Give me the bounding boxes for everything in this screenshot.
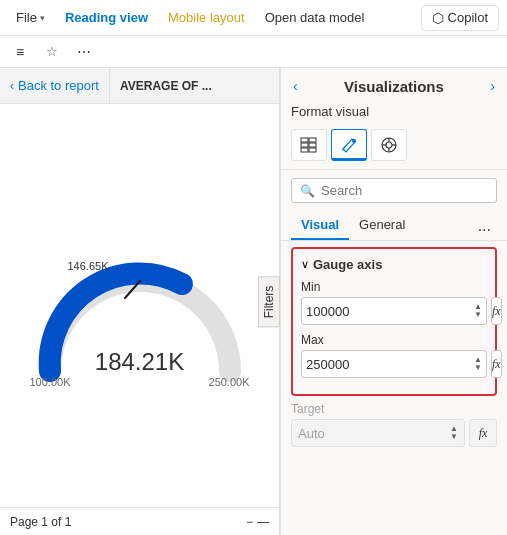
svg-rect-3 <box>301 143 308 147</box>
menu-mobile-layout[interactable]: Mobile layout <box>160 6 253 29</box>
min-field-group: Min ▲ ▼ fx <box>301 280 487 325</box>
max-down-btn[interactable]: ▼ <box>474 364 482 372</box>
secondary-toolbar: ≡ ☆ ⋯ <box>0 36 507 68</box>
hamburger-icon[interactable]: ≡ <box>8 40 32 64</box>
gauge-axis-section: ∨ Gauge axis Min ▲ ▼ <box>291 247 497 396</box>
format-icon <box>340 135 358 153</box>
gauge-container: 184.21K 100.00K 250.00K 146.65K <box>30 246 250 386</box>
max-field-group: Max ▲ ▼ fx <box>301 333 487 378</box>
gauge-max-label: 250.00K <box>209 376 250 388</box>
tab-visual[interactable]: Visual <box>291 211 349 240</box>
back-to-report-button[interactable]: ‹ Back to report <box>0 68 110 103</box>
svg-rect-6 <box>309 148 316 152</box>
search-box: 🔍 <box>291 178 497 203</box>
page-bar: Page 1 of 1 − — <box>0 507 279 535</box>
format-visual-button[interactable] <box>331 129 367 161</box>
min-input[interactable] <box>306 304 474 319</box>
right-panel: ‹ Visualizations › Format visual <box>280 68 507 535</box>
fields-icon <box>300 137 318 153</box>
gauge-axis-header: ∨ Gauge axis <box>301 257 487 272</box>
min-fx-button[interactable]: fx <box>491 297 502 325</box>
zoom-minus-icon[interactable]: − <box>246 515 253 529</box>
gauge-target-label: 146.65K <box>68 260 109 272</box>
tab-more-options[interactable]: ... <box>472 213 497 239</box>
tab-title: AVERAGE OF ... <box>110 73 279 99</box>
target-fx-button[interactable]: fx <box>469 419 497 447</box>
max-input-wrap: ▲ ▼ <box>301 350 487 378</box>
file-label: File <box>16 10 37 25</box>
format-fields-button[interactable] <box>291 129 327 161</box>
target-field-row: Auto ▲ ▼ fx <box>291 419 497 447</box>
vis-tabs: Visual General ... <box>281 211 507 241</box>
min-input-wrap: ▲ ▼ <box>301 297 487 325</box>
svg-point-9 <box>386 142 392 148</box>
pin-icon[interactable]: ☆ <box>40 40 64 64</box>
panel-right-arrow[interactable]: › <box>488 76 497 96</box>
max-spinner: ▲ ▼ <box>474 356 482 372</box>
menu-open-data-model[interactable]: Open data model <box>257 6 373 29</box>
gauge-min-label: 100.00K <box>30 376 71 388</box>
page-indicator: Page 1 of 1 <box>10 515 71 529</box>
left-panel: ‹ Back to report AVERAGE OF ... 184.21K … <box>0 68 280 535</box>
menu-bar: File ▾ Reading view Mobile layout Open d… <box>0 0 507 36</box>
target-field-group: Target Auto ▲ ▼ fx <box>291 402 497 447</box>
menu-reading-view[interactable]: Reading view <box>57 6 156 29</box>
back-arrow-icon: ‹ <box>10 79 14 93</box>
visualizations-title: Visualizations <box>344 78 444 95</box>
min-field-row: ▲ ▼ fx <box>301 297 487 325</box>
svg-rect-4 <box>309 143 316 147</box>
svg-rect-1 <box>301 138 308 142</box>
search-input[interactable] <box>321 183 489 198</box>
target-spinner: ▲ ▼ <box>450 425 458 441</box>
copilot-icon: ⬡ <box>432 10 444 26</box>
analytics-icon <box>380 136 398 154</box>
target-down-btn[interactable]: ▼ <box>450 433 458 441</box>
svg-rect-5 <box>301 148 308 152</box>
zoom-bar-icon: — <box>257 515 269 529</box>
gauge-axis-label: Gauge axis <box>313 257 382 272</box>
menu-file[interactable]: File ▾ <box>8 6 53 29</box>
filters-tab[interactable]: Filters <box>258 276 280 327</box>
right-panel-header: ‹ Visualizations › <box>281 68 507 100</box>
max-field-row: ▲ ▼ fx <box>301 350 487 378</box>
panel-left-arrow[interactable]: ‹ <box>291 76 300 96</box>
max-input[interactable] <box>306 357 474 372</box>
min-spinner: ▲ ▼ <box>474 303 482 319</box>
file-dropdown-arrow: ▾ <box>40 13 45 23</box>
copilot-button[interactable]: ⬡ Copilot <box>421 5 499 31</box>
max-fx-button[interactable]: fx <box>491 350 502 378</box>
analytics-button[interactable] <box>371 129 407 161</box>
gauge-area: 184.21K 100.00K 250.00K 146.65K <box>0 104 279 507</box>
search-icon: 🔍 <box>300 184 315 198</box>
tab-general[interactable]: General <box>349 211 415 240</box>
section-content: ∨ Gauge axis Min ▲ ▼ <box>281 241 507 535</box>
target-label: Target <box>291 402 497 416</box>
gauge-axis-chevron[interactable]: ∨ <box>301 258 309 271</box>
format-icons-row <box>281 125 507 170</box>
gauge-value: 184.21K <box>95 348 184 376</box>
min-label: Min <box>301 280 487 294</box>
main-content: ‹ Back to report AVERAGE OF ... 184.21K … <box>0 68 507 535</box>
max-label: Max <box>301 333 487 347</box>
min-down-btn[interactable]: ▼ <box>474 311 482 319</box>
format-section-title: Format visual <box>281 100 507 125</box>
tab-bar: ‹ Back to report AVERAGE OF ... <box>0 68 279 104</box>
target-input-wrap: Auto ▲ ▼ <box>291 419 465 447</box>
target-auto-value: Auto <box>298 426 325 441</box>
more-options-icon[interactable]: ⋯ <box>72 40 96 64</box>
svg-rect-2 <box>309 138 316 142</box>
back-button-label: Back to report <box>18 78 99 93</box>
svg-point-7 <box>352 139 356 143</box>
